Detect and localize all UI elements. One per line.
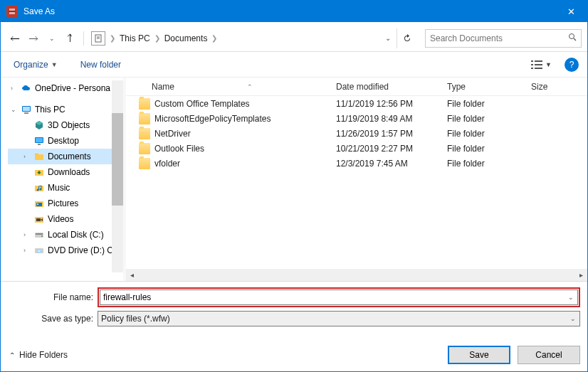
sort-asc-icon: ⌃ xyxy=(247,83,253,90)
tree-item-documents[interactable]: ›Documents xyxy=(8,149,123,164)
column-date-label: Date modified xyxy=(336,82,389,92)
svg-rect-27 xyxy=(36,218,41,221)
file-row[interactable]: NetDriver11/26/2019 1:57 PMFile folder xyxy=(126,126,587,141)
tree-label: Desktop xyxy=(48,136,79,146)
tree-item-desktop[interactable]: Desktop xyxy=(8,133,123,149)
app-icon xyxy=(6,6,18,17)
filename-input[interactable] xyxy=(100,292,565,302)
chevron-right-icon[interactable]: ❯ xyxy=(110,34,115,42)
svg-rect-12 xyxy=(535,68,542,69)
expand-icon[interactable]: › xyxy=(23,153,31,160)
chevron-right-icon[interactable]: ❯ xyxy=(154,34,160,42)
savetype-combo[interactable]: Policy files (*.wfw) ⌄ xyxy=(98,311,580,326)
column-date[interactable]: Date modified xyxy=(329,78,440,95)
horizontal-scrollbar[interactable]: ◂ ▸ xyxy=(126,269,587,281)
tree-item-downloads[interactable]: Downloads xyxy=(8,164,123,180)
hide-folders-button[interactable]: ⌃ Hide Folders xyxy=(9,350,68,360)
tree-label: Videos xyxy=(48,214,73,224)
savetype-label: Save as type: xyxy=(8,314,98,324)
crumb-documents[interactable]: Documents xyxy=(164,33,208,43)
column-size[interactable]: Size xyxy=(524,78,587,95)
savetype-dropdown[interactable]: ⌄ xyxy=(567,315,579,322)
crumb-thispc[interactable]: This PC xyxy=(120,33,150,43)
chevron-right-icon[interactable]: ❯ xyxy=(211,34,217,42)
expand-icon[interactable]: › xyxy=(11,85,18,92)
svg-rect-17 xyxy=(36,138,43,142)
column-type[interactable]: Type xyxy=(440,78,524,95)
tree-label: This PC xyxy=(35,105,65,115)
tree-item-onedrive[interactable]: ›OneDrive - Persona xyxy=(8,80,123,96)
file-date: 11/26/2019 1:57 PM xyxy=(329,129,440,139)
save-button[interactable]: Save xyxy=(448,346,510,364)
address-dropdown[interactable]: ⌄ xyxy=(381,34,395,42)
search-box[interactable] xyxy=(425,29,582,48)
filename-label: File name: xyxy=(8,292,98,302)
tree-label: Local Disk (C:) xyxy=(48,230,104,240)
file-type: File folder xyxy=(440,144,524,154)
window-title: Save As xyxy=(23,6,555,16)
scroll-right-icon[interactable]: ▸ xyxy=(575,269,587,281)
navigation-tree: ›OneDrive - Persona⌄This PC3D ObjectsDes… xyxy=(1,78,123,281)
cancel-button[interactable]: Cancel xyxy=(518,346,580,364)
tree-item-localc[interactable]: ›Local Disk (C:) xyxy=(8,227,123,243)
new-folder-button[interactable]: New folder xyxy=(76,57,125,73)
folder-icon xyxy=(139,128,150,139)
tree-label: Downloads xyxy=(48,167,90,177)
scroll-left-icon[interactable]: ◂ xyxy=(126,269,138,281)
onedrive-icon xyxy=(21,83,32,94)
file-type: File folder xyxy=(440,99,524,109)
column-size-label: Size xyxy=(531,82,547,92)
sidebar-scroll-thumb[interactable] xyxy=(112,113,123,206)
svg-rect-9 xyxy=(531,64,533,65)
organize-button[interactable]: Organize ▼ xyxy=(9,57,62,73)
file-name: Custom Office Templates xyxy=(154,99,250,109)
svg-rect-11 xyxy=(531,68,533,69)
file-row[interactable]: vfolder12/3/2019 7:45 AMFile folder xyxy=(126,156,587,171)
folder-icon xyxy=(139,143,150,154)
file-row[interactable]: MicrosoftEdgePolicyTemplates11/19/2019 8… xyxy=(126,111,587,126)
svg-point-33 xyxy=(38,250,40,252)
svg-point-22 xyxy=(40,188,42,191)
view-options-button[interactable]: ▼ xyxy=(527,60,556,70)
separator xyxy=(83,31,84,46)
refresh-button[interactable] xyxy=(397,28,416,48)
tree-item-dvd[interactable]: ›DVD Drive (D:) CC xyxy=(8,243,123,258)
svg-rect-18 xyxy=(38,144,41,145)
svg-point-5 xyxy=(569,34,574,39)
desktop-icon xyxy=(33,135,45,147)
filename-field-highlight: ⌄ xyxy=(98,287,580,307)
tree-item-videos[interactable]: Videos xyxy=(8,211,123,227)
pic-icon xyxy=(33,198,45,209)
tree-item-music[interactable]: Music xyxy=(8,180,123,196)
file-date: 10/21/2019 2:27 PM xyxy=(329,144,440,154)
dialog-footer: ⌃ Hide Folders Save Cancel xyxy=(1,336,587,371)
file-rows: Custom Office Templates11/1/2019 12:56 P… xyxy=(126,96,587,269)
help-button[interactable]: ? xyxy=(565,58,579,72)
expand-icon[interactable]: ⌄ xyxy=(11,106,18,113)
tree-item-thispc[interactable]: ⌄This PC xyxy=(8,102,123,117)
folder-icon xyxy=(139,113,150,124)
filename-combo[interactable]: ⌄ xyxy=(100,289,578,305)
column-headers: Name ⌃ Date modified Type Size xyxy=(126,78,587,96)
filename-dropdown[interactable]: ⌄ xyxy=(565,294,577,301)
file-row[interactable]: Custom Office Templates11/1/2019 12:56 P… xyxy=(126,96,587,111)
search-input[interactable] xyxy=(430,33,568,43)
file-name: NetDriver xyxy=(154,129,191,139)
expand-icon[interactable]: › xyxy=(23,247,31,254)
column-type-label: Type xyxy=(447,82,466,92)
search-icon[interactable] xyxy=(568,33,577,43)
back-button[interactable]: 🡐 xyxy=(6,30,23,47)
tree-item-3dobj[interactable]: 3D Objects xyxy=(8,117,123,133)
file-row[interactable]: Outlook Files10/21/2019 2:27 PMFile fold… xyxy=(126,141,587,156)
tree-item-pictures[interactable]: Pictures xyxy=(8,196,123,211)
cancel-label: Cancel xyxy=(535,350,562,360)
column-name[interactable]: Name ⌃ xyxy=(126,78,329,95)
svg-rect-29 xyxy=(36,233,43,235)
recent-dropdown[interactable]: ⌄ xyxy=(43,30,61,47)
close-button[interactable]: ✕ xyxy=(555,1,587,22)
expand-icon[interactable]: › xyxy=(23,231,31,238)
location-icon[interactable] xyxy=(91,31,105,46)
up-button[interactable]: 🡑 xyxy=(62,30,79,47)
breadcrumb[interactable]: ❯ This PC ❯ Documents ❯ xyxy=(110,33,379,43)
svg-line-6 xyxy=(574,38,576,41)
